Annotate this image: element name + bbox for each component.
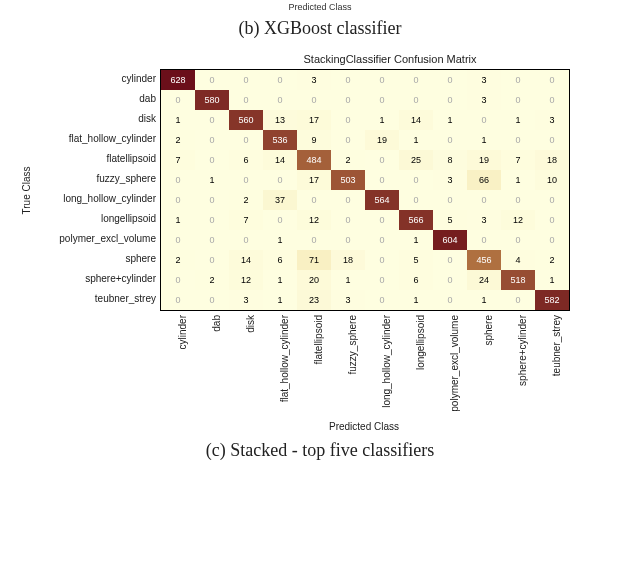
matrix-cell: 0 [433,250,467,270]
ytick-label: flat_hollow_cylinder [34,129,160,149]
matrix-cell: 2 [229,190,263,210]
matrix-cell: 0 [535,70,569,90]
matrix-cell: 0 [195,150,229,170]
matrix-cell: 0 [433,90,467,110]
matrix-cell: 1 [399,130,433,150]
matrix-cell: 0 [195,250,229,270]
matrix-cell: 0 [229,70,263,90]
matrix-cell: 23 [297,290,331,310]
matrix-cell: 0 [399,190,433,210]
matrix-cell: 0 [161,290,195,310]
xtick-label: dab [194,311,228,421]
matrix-cell: 0 [161,90,195,110]
matrix-cell: 7 [229,210,263,230]
top-xlabel-fragment: Predicted Class [0,2,640,12]
xtick-label: fuzzy_sphere [330,311,364,421]
matrix-cell: 0 [433,290,467,310]
matrix-cell: 2 [161,130,195,150]
matrix-cell: 0 [365,70,399,90]
matrix-row: 02121201060245181 [161,270,569,290]
matrix-cell: 0 [229,90,263,110]
matrix-cell: 0 [365,270,399,290]
matrix-cell: 0 [365,150,399,170]
matrix-cell: 7 [161,150,195,170]
xtick-label: flatellipsoid [296,311,330,421]
matrix-row: 10560131701141013 [161,110,569,130]
matrix-cell: 0 [195,190,229,210]
matrix-row: 200536901910100 [161,130,569,150]
matrix-cell: 1 [433,110,467,130]
matrix-cell: 0 [195,70,229,90]
xtick-label: longellipsoid [398,311,432,421]
matrix-cell: 19 [365,130,399,150]
matrix-cell: 0 [229,130,263,150]
matrix-cell: 0 [195,210,229,230]
chart-title: StackingClassifier Confusion Matrix [20,53,620,65]
ytick-label: polymer_excl_volume [34,229,160,249]
matrix-cell: 518 [501,270,535,290]
matrix-cell: 1 [195,170,229,190]
matrix-cell: 4 [501,250,535,270]
matrix-cell: 503 [331,170,365,190]
matrix-cell: 17 [297,110,331,130]
matrix-cell: 0 [263,170,297,190]
matrix-cell: 0 [297,90,331,110]
matrix-cell: 1 [535,270,569,290]
xtick-label: sphere [466,311,500,421]
matrix-cell: 0 [331,70,365,90]
matrix-cell: 0 [195,290,229,310]
matrix-cell: 0 [501,230,535,250]
matrix-cell: 0 [195,110,229,130]
xlabel: Predicted Class [160,421,568,432]
matrix-cell: 560 [229,110,263,130]
matrix-cell: 1 [467,130,501,150]
ytick-column: cylinderdabdiskflat_hollow_cylinderflate… [34,69,160,311]
xtick-label: flat_hollow_cylinder [262,311,296,421]
matrix-cell: 0 [535,130,569,150]
matrix-cell: 3 [229,290,263,310]
matrix-cell: 628 [161,70,195,90]
matrix-row: 706144842025819718 [161,150,569,170]
ytick-label: dab [34,89,160,109]
matrix-cell: 0 [331,210,365,230]
matrix-cell: 14 [399,110,433,130]
matrix-cell: 0 [331,130,365,150]
ylabel-container: True Class [20,69,34,311]
matrix-cell: 0 [535,190,569,210]
matrix-cell: 2 [535,250,569,270]
matrix-cell: 0 [365,230,399,250]
matrix-cell: 0 [263,210,297,230]
matrix-cell: 0 [433,70,467,90]
matrix-cell: 484 [297,150,331,170]
matrix-cell: 564 [365,190,399,210]
matrix-cell: 25 [399,150,433,170]
matrix-cell: 604 [433,230,467,250]
matrix-cell: 0 [365,210,399,230]
confusion-matrix-chart: StackingClassifier Confusion Matrix True… [20,53,620,432]
matrix-cell: 3 [467,70,501,90]
xtick-label: polymer_excl_volume [432,311,466,421]
matrix-cell: 5 [399,250,433,270]
matrix-cell: 0 [399,170,433,190]
matrix-cell: 0 [399,70,433,90]
matrix-cell: 6 [399,270,433,290]
matrix-cell: 3 [297,70,331,90]
heatmap-matrix: 6280003000030005800000000300105601317011… [160,69,570,311]
matrix-cell: 1 [263,290,297,310]
caption-c: (c) Stacked - top five classifiers [0,440,640,461]
matrix-cell: 0 [467,230,501,250]
matrix-cell: 37 [263,190,297,210]
xtick-row: cylinderdabdiskflat_hollow_cylinderflate… [160,311,620,421]
matrix-row: 62800030000300 [161,70,569,90]
xtick-label: disk [228,311,262,421]
ytick-label: long_hollow_cylinder [34,189,160,209]
matrix-cell: 20 [297,270,331,290]
matrix-cell: 0 [263,90,297,110]
matrix-cell: 1 [501,170,535,190]
matrix-cell: 0 [433,270,467,290]
matrix-cell: 1 [161,210,195,230]
matrix-cell: 3 [467,210,501,230]
matrix-cell: 0 [365,250,399,270]
matrix-cell: 0 [195,130,229,150]
matrix-cell: 13 [263,110,297,130]
